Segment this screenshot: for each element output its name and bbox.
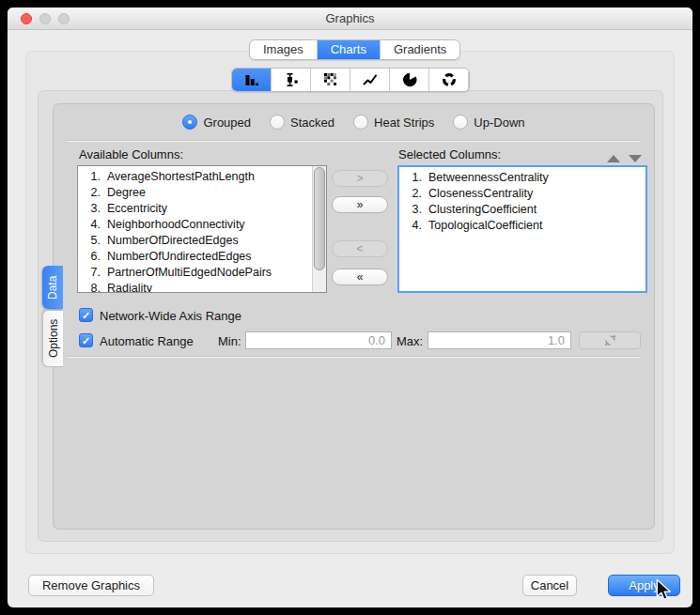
heat-map-icon[interactable] [311, 69, 350, 91]
min-input[interactable]: 0.0 [245, 331, 392, 349]
list-item[interactable]: 6. NumberOfUndirectedEdges [85, 248, 326, 264]
list-item[interactable]: 2. Degree [85, 184, 326, 200]
box-plot-icon[interactable] [272, 69, 311, 91]
min-label: Min: [218, 334, 241, 348]
minimize-button[interactable] [39, 13, 51, 24]
scrollbar[interactable] [312, 166, 326, 292]
pie-chart-icon[interactable] [390, 69, 429, 91]
tab-charts[interactable]: Charts [318, 40, 381, 59]
move-down-icon[interactable] [629, 155, 642, 162]
available-columns-list[interactable]: 1. AverageShortestPathLength 2. Degree 3… [77, 165, 327, 293]
available-columns-label: Available Columns: [79, 147, 183, 161]
automatic-range-label: Automatic Range [100, 334, 194, 348]
list-item[interactable]: 5. NumberOfDirectedEdges [85, 232, 326, 248]
list-item[interactable]: 7. PartnerOfMultiEdgedNodePairs [85, 264, 326, 280]
scrollbar-thumb[interactable] [314, 167, 325, 270]
radio-dot [453, 115, 468, 130]
list-item[interactable]: 4. NeighborhoodConnectivity [85, 216, 326, 232]
network-wide-label: Network-Wide Axis Range [100, 309, 241, 323]
list-item-number: 1. [85, 170, 101, 183]
window-title: Graphics [8, 8, 692, 30]
refresh-range-button[interactable] [579, 331, 641, 349]
radio-label: Stacked [290, 115, 334, 130]
automatic-range-checkbox[interactable]: ✓ [79, 333, 93, 347]
list-item-number: 3. [85, 202, 101, 215]
radio-dot [270, 115, 285, 130]
list-item-name: BetweennessCentrality [428, 171, 549, 184]
radio-dot [353, 115, 368, 130]
mouse-cursor [656, 579, 672, 602]
list-item-name: AverageShortestPathLength [107, 170, 255, 183]
radio-dot [182, 115, 197, 130]
side-tab-options[interactable]: Options [42, 310, 63, 367]
list-item-number: 1. [406, 171, 422, 184]
graphics-dialog: Graphics Images Charts Gradients [8, 8, 692, 607]
zoom-button[interactable] [58, 13, 70, 24]
graphics-type-tabs: Images Charts Gradients [249, 39, 460, 60]
chart-type-selector [231, 68, 470, 92]
list-item[interactable]: 1. AverageShortestPathLength [85, 168, 326, 184]
bar-chart-icon[interactable] [232, 69, 272, 91]
tab-images[interactable]: Images [250, 40, 318, 59]
side-tab-data[interactable]: Data [42, 266, 63, 309]
list-item-name: Radiality [107, 282, 152, 294]
list-item-name: ClosenessCentrality [428, 187, 533, 200]
cancel-button[interactable]: Cancel [522, 575, 577, 596]
list-item-number: 4. [406, 219, 422, 232]
remove-button[interactable]: < [332, 240, 388, 257]
title-bar[interactable]: Graphics [8, 8, 692, 30]
list-item-name: ClusteringCoefficient [428, 203, 537, 216]
radio-label: Heat Strips [374, 115, 434, 130]
list-item-number: 8. [85, 282, 101, 294]
list-item-number: 2. [406, 187, 422, 200]
radio-heat-strips[interactable]: Heat Strips [353, 113, 434, 131]
max-label: Max: [397, 334, 423, 348]
max-input[interactable]: 1.0 [428, 331, 571, 349]
list-item[interactable]: 8. Radiality [85, 280, 326, 293]
move-up-icon[interactable] [607, 155, 620, 162]
refresh-icon [604, 334, 616, 346]
list-item[interactable]: 3. Eccentricity [85, 200, 326, 216]
list-item-name: Eccentricity [107, 202, 167, 215]
separator [68, 140, 641, 142]
list-item-number: 7. [85, 266, 101, 279]
chart-subtype-radios: Grouped Stacked Heat Strips Up-Down [53, 113, 655, 131]
list-item[interactable]: 3. ClusteringCoefficient [406, 201, 646, 217]
list-item-number: 5. [85, 234, 101, 247]
remove-graphics-button[interactable]: Remove Graphics [28, 575, 154, 596]
network-wide-checkbox[interactable]: ✓ [79, 308, 93, 322]
list-item[interactable]: 2. ClosenessCentrality [406, 185, 646, 201]
list-item-number: 6. [85, 250, 101, 263]
list-item-name: NumberOfUndirectedEdges [107, 250, 252, 263]
radio-grouped[interactable]: Grouped [182, 113, 251, 131]
list-item[interactable]: 4. TopologicalCoefficient [406, 217, 646, 233]
close-button[interactable] [21, 13, 32, 24]
list-item-name: Degree [107, 186, 146, 199]
list-item[interactable]: 1. BetweennessCentrality [406, 169, 646, 185]
list-item-name: PartnerOfMultiEdgedNodePairs [107, 266, 272, 279]
list-item-number: 4. [85, 218, 101, 231]
list-item-number: 2. [85, 186, 101, 199]
radio-label: Up-Down [474, 115, 524, 130]
add-button[interactable]: > [332, 170, 388, 187]
add-all-button[interactable]: » [332, 196, 388, 213]
remove-all-button[interactable]: « [332, 269, 388, 285]
list-item-number: 3. [406, 203, 422, 216]
selected-columns-label: Selected Columns: [398, 147, 501, 161]
line-chart-icon[interactable] [350, 69, 390, 91]
radio-up-down[interactable]: Up-Down [453, 113, 524, 131]
tab-gradients[interactable]: Gradients [381, 40, 459, 59]
list-item-name: NeighborhoodConnectivity [107, 218, 245, 231]
radio-label: Grouped [203, 115, 251, 130]
list-item-name: TopologicalCoefficient [428, 219, 542, 232]
list-item-name: NumberOfDirectedEdges [107, 234, 239, 247]
ring-chart-icon[interactable] [429, 69, 469, 91]
separator [68, 356, 641, 358]
selected-columns-list[interactable]: 1. BetweennessCentrality 2. ClosenessCen… [397, 165, 647, 293]
radio-stacked[interactable]: Stacked [270, 113, 334, 131]
